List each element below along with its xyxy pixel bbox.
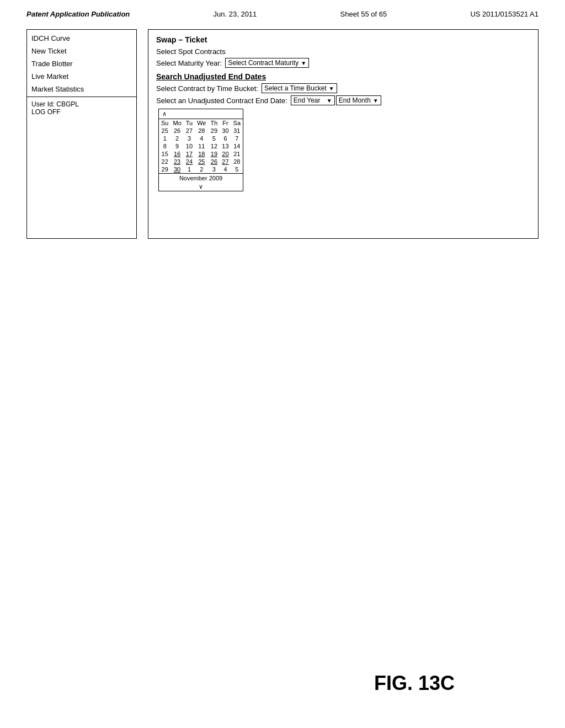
calendar: ∧ Su Mo Tu We Th Fr Sa	[158, 109, 243, 191]
calendar-day[interactable]: 6	[220, 135, 231, 142]
time-bucket-row: Select Contract by Time Bucket: Select a…	[156, 83, 530, 93]
end-month-label: End Month	[339, 97, 371, 104]
maturity-dropdown-label: Select Contract Maturity	[228, 59, 299, 67]
date-label: Jun. 23, 2011	[214, 10, 257, 18]
section-title: Search Unadjusted End Dates	[156, 72, 530, 81]
maturity-year-row: Select Maturity Year: Select Contract Ma…	[156, 58, 530, 68]
calendar-day[interactable]: 24	[184, 158, 195, 165]
calendar-day[interactable]: 19	[209, 150, 220, 158]
calendar-nav-down[interactable]: ∨	[199, 183, 203, 190]
calendar-day[interactable]: 29	[159, 165, 170, 173]
calendar-nav-up[interactable]: ∧	[162, 110, 167, 117]
end-year-label: End Year	[294, 97, 321, 104]
end-month-arrow: ▼	[371, 98, 379, 104]
calendar-table: Su Mo Tu We Th Fr Sa 2526272829303112345…	[159, 119, 243, 173]
calendar-day[interactable]: 25	[159, 127, 170, 135]
log-off-button[interactable]: LOG OFF	[31, 108, 132, 116]
calendar-container: ∧ Su Mo Tu We Th Fr Sa	[156, 109, 530, 191]
sheet-label: Sheet 55 of 65	[340, 10, 387, 18]
calendar-day[interactable]: 27	[184, 127, 195, 135]
calendar-day[interactable]: 27	[220, 158, 231, 165]
calendar-day[interactable]: 5	[209, 135, 220, 142]
calendar-day[interactable]: 17	[184, 150, 195, 158]
sidebar: IDCH Curve New Ticket Trade Blotter Live…	[26, 29, 137, 239]
sidebar-item-new-ticket[interactable]: New Ticket	[27, 45, 136, 57]
time-bucket-label: Select Contract by Time Bucket:	[156, 84, 258, 93]
calendar-day[interactable]: 20	[220, 150, 231, 158]
col-su: Su	[159, 119, 170, 127]
end-month-dropdown[interactable]: End Month ▼	[336, 95, 381, 105]
calendar-day[interactable]: 1	[184, 165, 195, 173]
calendar-day[interactable]: 2	[170, 135, 183, 142]
calendar-day[interactable]: 29	[209, 127, 220, 135]
calendar-day[interactable]: 28	[231, 158, 243, 165]
calendar-day[interactable]: 4	[195, 135, 208, 142]
time-bucket-dropdown[interactable]: Select a Time Bucket ▼	[262, 83, 337, 93]
sidebar-item-idch[interactable]: IDCH Curve	[27, 32, 136, 45]
calendar-day[interactable]: 15	[159, 150, 170, 158]
calendar-day[interactable]: 25	[195, 158, 208, 165]
calendar-month-year: November 2009	[159, 173, 243, 183]
sidebar-item-market-statistics[interactable]: Market Statistics	[27, 83, 136, 95]
calendar-day[interactable]: 10	[184, 142, 195, 150]
calendar-week-0: 25262728293031	[159, 127, 243, 135]
calendar-day[interactable]: 12	[209, 142, 220, 150]
calendar-week-4: 22232425262728	[159, 158, 243, 165]
col-fr: Fr	[220, 119, 231, 127]
calendar-days-header: Su Mo Tu We Th Fr Sa	[159, 119, 243, 127]
calendar-day[interactable]: 30	[170, 165, 183, 173]
end-date-dropdowns: End Year ▼ End Month ▼	[291, 95, 381, 105]
page-header: Patent Application Publication Jun. 23, …	[0, 0, 565, 24]
time-bucket-dropdown-label: Select a Time Bucket	[264, 84, 327, 92]
calendar-day[interactable]: 9	[170, 142, 183, 150]
maturity-dropdown[interactable]: Select Contract Maturity ▼	[225, 58, 309, 68]
publication-label: Patent Application Publication	[26, 10, 130, 18]
calendar-week-5: 293012345	[159, 165, 243, 173]
end-year-dropdown[interactable]: End Year ▼	[291, 95, 335, 105]
patent-number: US 2011/0153521 A1	[470, 10, 539, 18]
calendar-day[interactable]: 14	[231, 142, 243, 150]
calendar-day[interactable]: 30	[220, 127, 231, 135]
calendar-day[interactable]: 11	[195, 142, 208, 150]
select-spot-label: Select Spot Contracts	[156, 47, 226, 56]
calendar-nav-down-row: ∨	[159, 183, 243, 191]
calendar-week-3: 15161718192021	[159, 150, 243, 158]
calendar-day[interactable]: 3	[184, 135, 195, 142]
panel-title: Swap – Ticket	[156, 35, 530, 44]
calendar-day[interactable]: 2	[195, 165, 208, 173]
calendar-day[interactable]: 4	[220, 165, 231, 173]
maturity-year-label: Select Maturity Year:	[156, 59, 222, 67]
calendar-day[interactable]: 13	[220, 142, 231, 150]
user-id-label: User Id:	[31, 100, 55, 108]
main-panel: Swap – Ticket Select Spot Contracts Sele…	[148, 29, 539, 239]
calendar-week-2: 891011121314	[159, 142, 243, 150]
page-content: IDCH Curve New Ticket Trade Blotter Live…	[0, 24, 565, 244]
calendar-day[interactable]: 31	[231, 127, 243, 135]
calendar-day[interactable]: 28	[195, 127, 208, 135]
calendar-day[interactable]: 22	[159, 158, 170, 165]
end-date-label: Select an Unadjusted Contract End Date:	[156, 97, 287, 105]
calendar-day[interactable]: 21	[231, 150, 243, 158]
maturity-dropdown-arrow: ▼	[299, 60, 306, 66]
col-sa: Sa	[231, 119, 243, 127]
calendar-day[interactable]: 16	[170, 150, 183, 158]
col-tu: Tu	[184, 119, 195, 127]
calendar-day[interactable]: 1	[159, 135, 170, 142]
sidebar-footer: User Id: CBGPL LOG OFF	[27, 98, 136, 118]
calendar-day[interactable]: 18	[195, 150, 208, 158]
calendar-day[interactable]: 3	[209, 165, 220, 173]
calendar-week-1: 1234567	[159, 135, 243, 142]
figure-label: FIG. 13C	[374, 672, 455, 695]
calendar-day[interactable]: 23	[170, 158, 183, 165]
sidebar-item-live-market[interactable]: Live Market	[27, 70, 136, 83]
sidebar-item-trade-blotter[interactable]: Trade Blotter	[27, 57, 136, 70]
calendar-body: 2526272829303112345678910111213141516171…	[159, 127, 243, 173]
calendar-day[interactable]: 8	[159, 142, 170, 150]
user-id-value: CBGPL	[56, 100, 79, 108]
time-bucket-arrow: ▼	[327, 85, 334, 92]
calendar-day[interactable]: 7	[231, 135, 243, 142]
col-th: Th	[209, 119, 220, 127]
calendar-day[interactable]: 5	[231, 165, 243, 173]
calendar-day[interactable]: 26	[209, 158, 220, 165]
calendar-day[interactable]: 26	[170, 127, 183, 135]
